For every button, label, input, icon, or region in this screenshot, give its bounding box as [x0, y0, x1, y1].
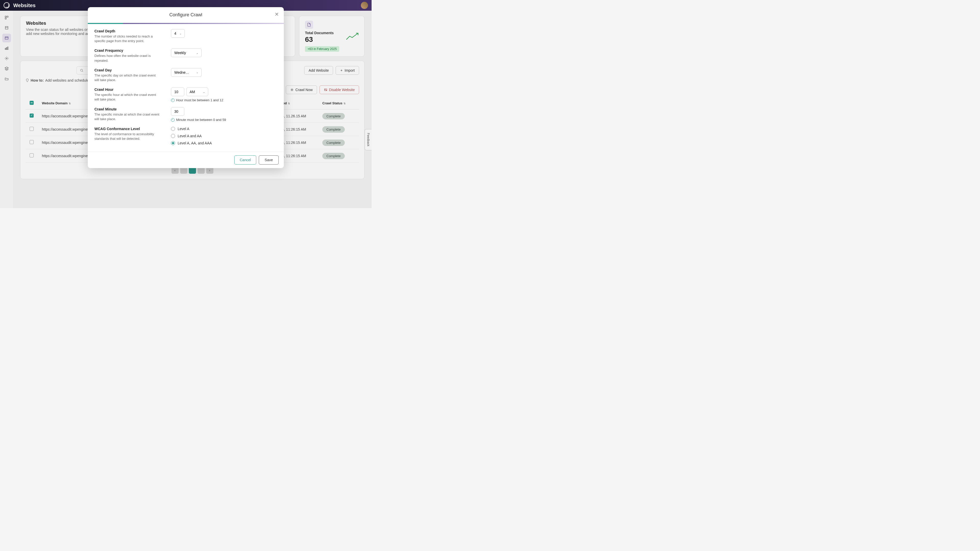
crawl-hour-input[interactable]: 10	[171, 87, 184, 96]
crawl-minute-label: Crawl Minute	[94, 107, 161, 111]
check-circle-icon	[171, 98, 175, 102]
crawl-day-desc: The specific day on which the crawl even…	[94, 73, 161, 83]
modal-overlay: Configure Crawl ✕ Crawl Depth The number…	[0, 0, 372, 208]
crawl-minute-input[interactable]: 30	[171, 107, 184, 116]
wcag-option-aaa[interactable]: Level A, AA, and AAA	[171, 141, 277, 145]
radio-icon	[171, 127, 175, 131]
crawl-depth-select[interactable]: 4⌄	[171, 29, 185, 38]
chevron-down-icon: ⌄	[196, 52, 198, 54]
crawl-day-label: Crawl Day	[94, 68, 161, 72]
save-button[interactable]: Save	[259, 156, 279, 165]
crawl-frequency-desc: Defines how often the website crawl is r…	[94, 54, 161, 63]
modal-title: Configure Crawl	[93, 12, 279, 17]
crawl-day-select[interactable]: Wedne…⌄	[171, 68, 202, 77]
crawl-depth-label: Crawl Depth	[94, 29, 161, 33]
cancel-button[interactable]: Cancel	[234, 156, 256, 165]
wcag-desc: The level of conformance to accessibilit…	[94, 132, 161, 141]
close-icon[interactable]: ✕	[274, 11, 280, 17]
chevron-down-icon: ⌄	[196, 71, 198, 74]
configure-crawl-modal: Configure Crawl ✕ Crawl Depth The number…	[88, 7, 284, 168]
crawl-hour-label: Crawl Hour	[94, 87, 161, 92]
ampm-select[interactable]: AM⌄	[186, 87, 208, 96]
crawl-frequency-label: Crawl Frequency	[94, 48, 161, 52]
crawl-minute-desc: The specific minute at which the crawl e…	[94, 112, 161, 121]
wcag-option-aa[interactable]: Level A and AA	[171, 134, 277, 138]
hour-hint: Hour must be between 1 and 12	[176, 98, 223, 102]
chevron-down-icon: ⌄	[180, 32, 181, 35]
crawl-hour-desc: The specific hour at which the crawl eve…	[94, 93, 161, 102]
chevron-down-icon: ⌄	[203, 91, 205, 94]
wcag-option-a[interactable]: Level A	[171, 127, 277, 131]
crawl-depth-desc: The number of clicks needed to reach a s…	[94, 34, 161, 43]
radio-selected-icon	[171, 141, 175, 145]
radio-icon	[171, 134, 175, 138]
crawl-frequency-select[interactable]: Weekly⌄	[171, 48, 202, 57]
wcag-label: WCAG Conformance Level	[94, 127, 161, 131]
minute-hint: Minute must be between 0 and 59	[176, 118, 226, 122]
check-circle-icon	[171, 118, 175, 122]
